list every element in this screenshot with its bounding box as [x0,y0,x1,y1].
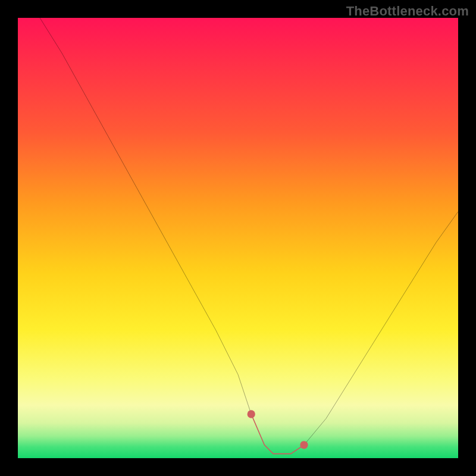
chart-stage: TheBottleneck.com [0,0,476,476]
watermark-text: TheBottleneck.com [346,4,469,19]
bottleneck-curve [40,18,458,454]
highlight-endpoint-right [300,441,308,449]
curve-svg [18,18,458,458]
plot-area [18,18,458,458]
optimal-zone-highlight [251,414,304,454]
highlight-endpoint-left [248,410,255,418]
